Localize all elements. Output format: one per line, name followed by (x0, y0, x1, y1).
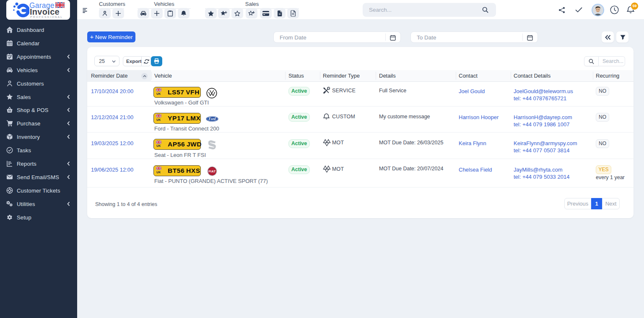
svg-text:FIAT: FIAT (208, 169, 216, 173)
svg-text:Ford: Ford (208, 117, 216, 121)
